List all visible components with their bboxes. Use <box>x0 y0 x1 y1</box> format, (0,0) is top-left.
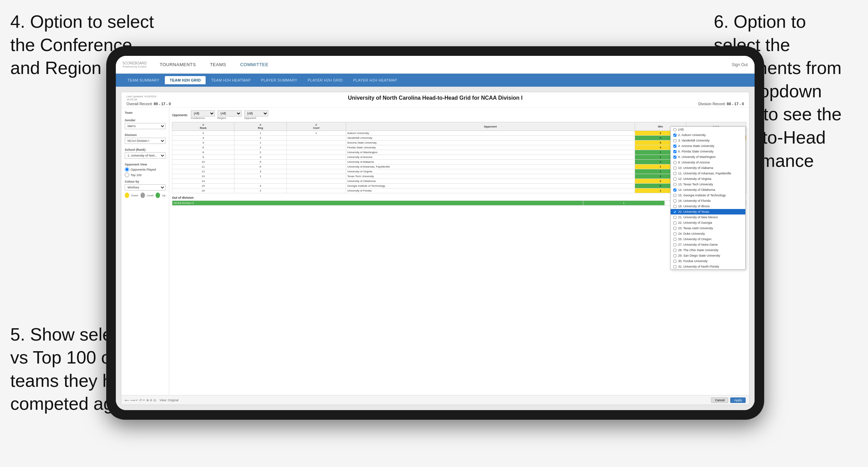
division-label: Division <box>125 133 166 137</box>
top-100-label: Top 100 <box>131 173 142 177</box>
left-sidebar: Team Gender Men's Division NCAA Division… <box>121 108 169 395</box>
dropdown-item[interactable]: 21. University of New Mexico <box>671 214 745 220</box>
dropdown-item[interactable]: 15. Georgia Institute of Technology <box>671 193 745 198</box>
main-content: Last Updated: 4/16/2024 16:55:38 Univers… <box>116 87 755 410</box>
table-row: 15 4 Georgia Institute of Technology 5 0 <box>172 184 746 188</box>
nav-committee[interactable]: COMMITTEE <box>237 61 271 69</box>
division-record-label: Division Record: 88 - 17 - 0 <box>698 102 744 106</box>
table-row: 11 6 University of Arkansas, Fayettevill… <box>172 164 746 169</box>
view-original: View: Original <box>160 398 179 402</box>
tablet-device: 5COREBOARD Powered by iCoach TOURNAMENTS… <box>106 46 764 420</box>
dropdown-item[interactable]: 9. University of Arizona <box>671 160 745 165</box>
bottom-bar-actions: Cancel Apply <box>711 397 746 403</box>
nav-team-summary[interactable]: TEAM SUMMARY <box>123 76 164 84</box>
nav-teams[interactable]: TEAMS <box>207 61 229 69</box>
opponent-filter[interactable]: (All) <box>244 110 268 116</box>
dropdown-item[interactable]: 31. University of North Florida <box>671 264 745 269</box>
top-100-radio[interactable] <box>125 173 129 177</box>
colour-by-label: Colour by <box>125 180 166 183</box>
dropdown-item[interactable]: 8. University of Washington <box>671 154 745 160</box>
update-time: 16:55:38 <box>126 98 137 101</box>
school-select[interactable]: 1. University of Nort... <box>125 152 166 159</box>
panel-title: University of North Carolina Head-to-Hea… <box>161 95 710 101</box>
dropdown-item[interactable]: 23. Texas A&M University <box>671 225 745 231</box>
nav-player-h2h-heatmap[interactable]: PLAYER H2H HEATMAP <box>348 76 402 84</box>
table-row: 9 3 University of Arizona 1 0 <box>172 155 746 160</box>
bottom-bar: ⟵ ⟶ ↩ ↺ ✂ ⊕ ⊘ ◎ View: Original Cancel Ap… <box>121 395 749 405</box>
dropdown-item[interactable]: 11. University of Arkansas, Fayetteville <box>671 171 745 176</box>
up-legend <box>156 193 160 198</box>
col-conf: #Conf <box>287 122 346 131</box>
table-row: 16 2 University of Florida 1 1 <box>172 188 746 193</box>
nav-team-h2h-grid[interactable]: TEAM H2H GRID <box>165 76 206 84</box>
opponents-played-radio[interactable] <box>125 167 129 172</box>
dropdown-item[interactable]: 6. Florida State University <box>671 149 745 154</box>
colour-by-select[interactable]: Win/loss <box>125 184 166 191</box>
nav-team-h2h-heatmap[interactable]: TEAM H2H HEATMAP <box>206 76 256 84</box>
panel-body: Team Gender Men's Division NCAA Division… <box>121 108 749 395</box>
sign-out[interactable]: Sign Out <box>732 62 748 67</box>
level-label: Level <box>147 194 154 197</box>
dropdown-item[interactable]: 22. University of Georgia <box>671 220 745 225</box>
dropdown-item[interactable]: 20. University of Texas <box>671 209 745 214</box>
dropdown-item[interactable]: 12. University of Virginia <box>671 176 745 182</box>
down-legend <box>125 193 129 198</box>
nav-player-summary[interactable]: PLAYER SUMMARY <box>256 76 302 84</box>
up-label: Up <box>162 194 166 197</box>
nav-tournaments[interactable]: TOURNAMENTS <box>157 61 199 69</box>
dropdown-item[interactable]: (All) <box>671 127 745 132</box>
second-nav: TEAM SUMMARY TEAM H2H GRID TEAM H2H HEAT… <box>116 74 755 87</box>
table-row: 12 3 University of Virginia 1 0 <box>172 169 746 174</box>
out-of-division: Out of division <box>172 196 746 199</box>
gender-label: Gender <box>125 119 166 122</box>
filter-bar: Opponents: (All) Conference (All) <box>172 110 746 120</box>
dropdown-item[interactable]: 30. Purdue University <box>671 258 745 264</box>
table-row: 3 2 Vanderbilt University 0 4 <box>172 136 746 140</box>
content-panel: Last Updated: 4/16/2024 16:55:38 Univers… <box>121 92 749 405</box>
dropdown-item[interactable]: 4. Arizona State University <box>671 143 745 149</box>
down-label: Down <box>131 194 138 197</box>
dropdown-item[interactable]: 16. University of Florida <box>671 198 745 204</box>
dropdown-item[interactable]: 28. The Ohio State University <box>671 247 745 253</box>
dropdown-item[interactable]: 14. University of Oklahoma <box>671 187 745 193</box>
cancel-button[interactable]: Cancel <box>711 397 728 403</box>
conference-filter[interactable]: (All) <box>191 110 215 116</box>
col-rank: #Rank <box>172 122 234 131</box>
division-table: NCAA Division II 1 0 <box>172 200 746 206</box>
level-legend <box>140 193 145 198</box>
col-opponent: Opponent <box>346 122 635 131</box>
dropdown-item[interactable]: 27. University of Notre Dame <box>671 242 745 247</box>
region-filter[interactable]: (All) <box>218 110 242 116</box>
apply-button[interactable]: Apply <box>730 397 746 403</box>
table-row: 6 2 Florida State University 4 2 <box>172 145 746 150</box>
col-reg: #Reg <box>234 122 287 131</box>
dropdown-item[interactable]: 2. Auburn University <box>671 132 745 138</box>
opponents-played-label: Opponents Played <box>131 168 156 171</box>
nav-player-h2h-grid[interactable]: PLAYER H2H GRID <box>303 76 348 84</box>
opponent-dropdown[interactable]: (All)2. Auburn University3. Vanderbilt U… <box>670 126 746 270</box>
table-row: 10 5 University of Alabama 3 0 <box>172 160 746 164</box>
dropdown-item[interactable]: 13. Texas Tech University <box>671 182 745 187</box>
division-row: NCAA Division II 1 0 <box>172 201 746 206</box>
dropdown-item[interactable]: 18. University of Illinois <box>671 204 745 209</box>
table-row: 2 1 1 Auburn University 2 1 <box>172 131 746 136</box>
grid-area: Opponents: (All) Conference (All) <box>169 108 749 395</box>
dropdown-item[interactable]: 3. Vanderbilt University <box>671 138 745 143</box>
dropdown-item[interactable]: 10. University of Alabama <box>671 165 745 171</box>
top-nav-items: TOURNAMENTS TEAMS COMMITTEE <box>157 61 721 69</box>
last-updated: Last Updated: 4/16/2024 <box>126 95 157 98</box>
opponents-filter-label: Opponents: <box>172 113 188 117</box>
gender-select[interactable]: Men's <box>125 123 166 129</box>
toolbar-icons: ⟵ ⟶ ↩ ↺ ✂ ⊕ ⊘ ◎ <box>125 398 156 402</box>
overall-record-label: Overall Record: 89 - 17 - 0 <box>126 102 171 106</box>
opponent-view-label: Opponent View <box>125 163 166 166</box>
logo: 5COREBOARD Powered by iCoach <box>123 61 147 68</box>
table-row: 14 University of Oklahoma 2 2 <box>172 179 746 184</box>
dropdown-item[interactable]: 25. University of Oregon <box>671 236 745 242</box>
data-table: #Rank #Reg #Conf Opponent Win Loss 2 1 <box>172 122 746 193</box>
dropdown-item[interactable]: 24. Duke University <box>671 231 745 236</box>
team-label: Team <box>125 111 166 114</box>
dropdown-item[interactable]: 29. San Diego State University <box>671 253 745 258</box>
panel-header: Last Updated: 4/16/2024 16:55:38 Univers… <box>121 92 749 108</box>
division-select[interactable]: NCAA Division I <box>125 138 166 144</box>
